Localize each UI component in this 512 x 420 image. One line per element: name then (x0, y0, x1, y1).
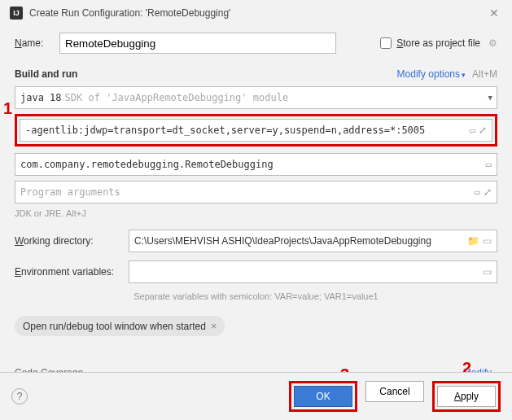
expand-icon[interactable]: ▭ (483, 235, 492, 247)
expand-icon[interactable]: ▭ (475, 186, 480, 198)
cancel-button[interactable]: Cancel (365, 381, 424, 402)
expand-icon[interactable]: ▭ (483, 266, 492, 278)
env-vars-hint: Separate variables with semicolon: VAR=v… (15, 291, 497, 301)
env-vars-label: Environment variables: (15, 266, 129, 278)
fullscreen-icon[interactable]: ⤢ (479, 125, 487, 136)
open-tool-window-chip[interactable]: Open run/debug tool window when started … (15, 316, 225, 336)
modify-shortcut: Alt+M (472, 68, 497, 80)
build-run-heading: Build and run (15, 68, 77, 80)
working-dir-label: Working directory: (15, 235, 129, 247)
store-as-project-checkbox[interactable] (380, 37, 392, 49)
vm-options-value: -agentlib:jdwp=transport=dt_socket,serve… (25, 125, 466, 136)
app-icon: IJ (10, 7, 23, 20)
name-label: Name: (15, 37, 59, 49)
close-icon[interactable]: × (211, 320, 217, 332)
chip-label: Open run/debug tool window when started (23, 321, 206, 332)
expand-icon[interactable]: ▭ (470, 125, 475, 136)
program-args-input[interactable]: Program arguments ▭ ⤢ (15, 181, 497, 203)
jre-hint: SDK of 'JavaAppRemoteDebugging' module (65, 92, 289, 103)
help-icon[interactable]: ? (11, 388, 28, 405)
fullscreen-icon[interactable]: ⤢ (484, 186, 492, 198)
annotation-box-2: Apply (432, 381, 501, 412)
folder-icon[interactable]: 📁 (467, 235, 479, 247)
main-class-input[interactable]: com.company.remotedebugging.RemoteDebugg… (15, 153, 497, 176)
apply-button[interactable]: Apply (437, 386, 496, 407)
program-args-placeholder: Program arguments (20, 186, 471, 198)
annotation-box-1: -agentlib:jdwp=transport=dt_socket,serve… (15, 114, 497, 147)
expand-icon[interactable]: ▭ (486, 159, 492, 170)
env-vars-input[interactable]: ▭ (129, 260, 497, 283)
working-dir-value: C:\Users\MEHVISH ASHIQ\IdeaProjects\Java… (134, 235, 464, 247)
jre-select[interactable]: java 18 SDK of 'JavaAppRemoteDebugging' … (15, 86, 497, 109)
name-input[interactable] (59, 33, 336, 54)
dialog-title: Create Run Configuration: 'RemoteDebuggi… (29, 7, 486, 19)
gear-icon[interactable]: ⚙ (488, 37, 497, 49)
working-dir-input[interactable]: C:\Users\MEHVISH ASHIQ\IdeaProjects\Java… (129, 230, 497, 252)
vm-options-input[interactable]: -agentlib:jdwp=transport=dt_socket,serve… (20, 119, 492, 142)
annotation-1: 1 (3, 99, 12, 118)
jre-helper-text: JDK or JRE. Alt+J (15, 208, 497, 218)
store-as-project-label: Store as project file (396, 37, 480, 49)
close-icon[interactable]: ✕ (486, 7, 502, 20)
modify-options-link[interactable]: Modify options▾ (397, 68, 466, 80)
dialog-footer: ? OK Cancel Apply (0, 372, 512, 420)
chevron-down-icon: ▼ (488, 94, 492, 102)
ok-button[interactable]: OK (294, 386, 352, 407)
jre-value: java 18 (20, 92, 62, 103)
titlebar: IJ Create Run Configuration: 'RemoteDebu… (0, 0, 512, 26)
annotation-box-3: OK (289, 381, 357, 412)
main-class-value: com.company.remotedebugging.RemoteDebugg… (20, 159, 483, 170)
